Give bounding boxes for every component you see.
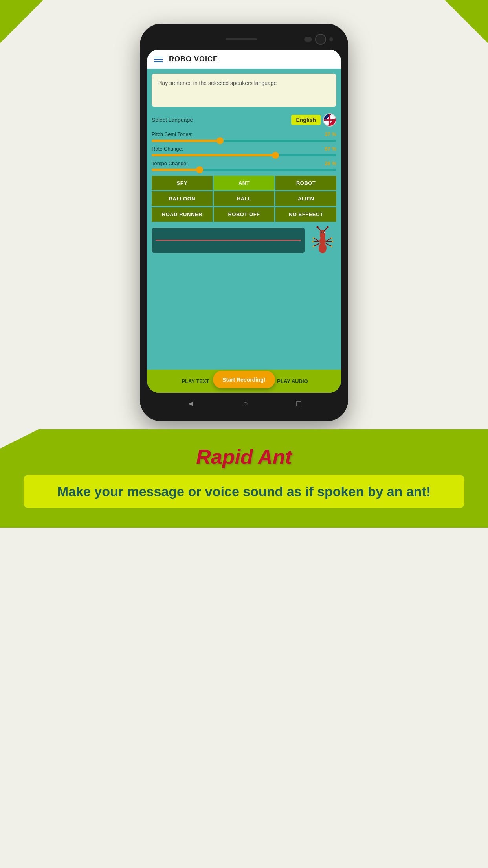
- phone-cameras: [304, 34, 333, 45]
- tempo-label: Tempo Change:: [152, 160, 188, 166]
- phone-nav-bar: ◄ ○ □: [147, 393, 341, 414]
- waveform-area: [152, 226, 336, 254]
- effect-robot[interactable]: ROBOT: [275, 176, 336, 190]
- front-camera: [315, 34, 326, 45]
- bottom-action-bar: PLAY TEXT Start Recording! PLAY AUDIO: [147, 370, 341, 393]
- rate-slider-track[interactable]: [152, 154, 336, 156]
- tempo-thumb[interactable]: [196, 166, 203, 173]
- svg-point-20: [313, 246, 314, 247]
- svg-point-22: [332, 241, 333, 242]
- effect-hall[interactable]: HALL: [214, 191, 275, 206]
- pitch-thumb[interactable]: [216, 137, 224, 144]
- pitch-slider-track[interactable]: [152, 140, 336, 142]
- promo-subtitle-box: Make your message or voice sound as if s…: [24, 475, 464, 508]
- controls-area: Select Language English Pitch Semi Tones…: [147, 111, 341, 259]
- effect-spy[interactable]: SPY: [152, 176, 213, 190]
- phone-speaker: [226, 38, 257, 40]
- svg-line-15: [326, 238, 331, 241]
- phone-device: ROBO VOICE Play sentence in the selected…: [140, 24, 348, 421]
- rate-value: 67 %: [325, 146, 336, 152]
- pitch-slider-row: Pitch Semi Tones: 37 %: [152, 131, 336, 142]
- language-row: Select Language English: [152, 113, 336, 127]
- effects-grid: SPY ANT ROBOT BALLOON HALL ALIEN ROAD RU…: [152, 176, 336, 222]
- waveform-line: [156, 240, 301, 241]
- effect-balloon[interactable]: BALLOON: [152, 191, 213, 206]
- pitch-fill: [152, 140, 220, 142]
- pitch-label: Pitch Semi Tones:: [152, 131, 193, 137]
- language-label: Select Language: [152, 117, 193, 123]
- effect-ant[interactable]: ANT: [214, 176, 275, 190]
- svg-point-18: [313, 237, 314, 239]
- svg-point-21: [331, 237, 332, 239]
- effect-robot-off[interactable]: ROBOT OFF: [214, 207, 275, 222]
- ant-mascot: [309, 226, 336, 254]
- phone-body: ROBO VOICE Play sentence in the selected…: [140, 24, 348, 421]
- svg-line-17: [326, 243, 331, 246]
- svg-line-12: [314, 238, 319, 241]
- back-nav-icon[interactable]: ◄: [187, 399, 195, 408]
- home-nav-icon[interactable]: ○: [243, 399, 248, 408]
- language-selector[interactable]: English: [291, 113, 336, 127]
- svg-point-19: [312, 241, 314, 242]
- app-header: ROBO VOICE: [147, 50, 341, 69]
- rate-label: Rate Change:: [152, 146, 183, 152]
- promo-title: Rapid Ant: [24, 445, 464, 469]
- promo-subtitle: Make your message or voice sound as if s…: [35, 483, 453, 500]
- effect-road-runner[interactable]: ROAD RUNNER: [152, 207, 213, 222]
- svg-point-23: [331, 246, 332, 247]
- text-input-placeholder: Play sentence in the selected speakers l…: [157, 79, 331, 87]
- rate-slider-row: Rate Change: 67 %: [152, 146, 336, 156]
- tempo-slider-track[interactable]: [152, 169, 336, 171]
- corner-decoration-tr: [445, 0, 488, 43]
- recent-nav-icon[interactable]: □: [296, 399, 301, 408]
- phone-screen: ROBO VOICE Play sentence in the selected…: [147, 50, 341, 393]
- record-button[interactable]: Start Recording!: [213, 371, 275, 388]
- effect-alien[interactable]: ALIEN: [275, 191, 336, 206]
- menu-button[interactable]: [154, 57, 163, 62]
- front-flash: [304, 37, 312, 42]
- svg-point-10: [321, 232, 322, 233]
- svg-point-11: [323, 232, 324, 233]
- waveform-display: [152, 228, 305, 253]
- effect-no-effect[interactable]: NO EFFEECT: [275, 207, 336, 222]
- phone-top-bar: [147, 31, 341, 50]
- language-button[interactable]: English: [291, 115, 321, 125]
- flag-icon: [323, 113, 336, 127]
- content-spacer: [147, 259, 341, 362]
- text-input-area[interactable]: Play sentence in the selected speakers l…: [152, 74, 336, 107]
- tempo-value: 26 %: [325, 160, 336, 166]
- tempo-slider-row: Tempo Change: 26 %: [152, 160, 336, 171]
- corner-decoration-tl: [0, 0, 43, 43]
- tempo-fill: [152, 169, 200, 171]
- sensor: [329, 37, 333, 41]
- rate-fill: [152, 154, 275, 156]
- promo-section: Rapid Ant Make your message or voice sou…: [0, 429, 488, 528]
- rate-thumb[interactable]: [272, 152, 279, 159]
- app-title: ROBO VOICE: [169, 55, 218, 63]
- svg-line-4: [318, 228, 321, 231]
- svg-line-14: [314, 243, 319, 246]
- pitch-value: 37 %: [325, 131, 336, 137]
- svg-line-6: [324, 228, 327, 231]
